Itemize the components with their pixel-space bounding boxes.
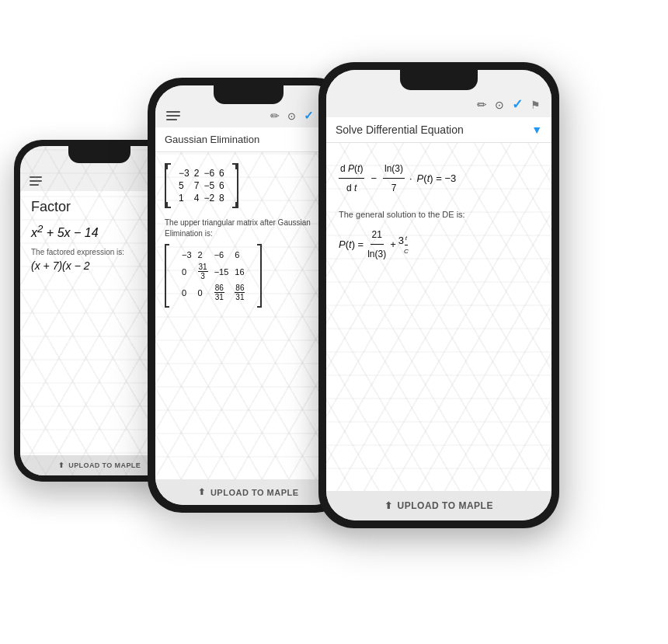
matrix-cell: −2 bbox=[204, 193, 214, 204]
matrix-cell: 2 bbox=[194, 168, 200, 179]
matrix-cell: 7 bbox=[194, 180, 200, 191]
upload-label-2: UPLOAD TO MAPLE bbox=[210, 488, 299, 497]
dropdown-bar-2[interactable]: Gaussian Elimination ▼ bbox=[155, 127, 342, 152]
camera-icon-2[interactable]: ⊙ bbox=[287, 110, 296, 122]
matrix-cell: 0 bbox=[198, 284, 208, 301]
upload-bar-2[interactable]: ⬆ UPLOAD TO MAPLE bbox=[155, 479, 342, 505]
flag-icon-3[interactable]: ⚑ bbox=[531, 99, 541, 111]
matrix-cell: 0 bbox=[182, 284, 192, 301]
phone-1-notch bbox=[68, 146, 130, 163]
hamburger-menu-2[interactable] bbox=[166, 111, 180, 120]
phone-3-screen: ✏ ⊙ ✓ ⚑ Solve Differential Equation ▼ bbox=[326, 70, 551, 520]
matrix-cell: 8 bbox=[219, 193, 224, 204]
matrix-cell: 31 3 bbox=[198, 263, 208, 280]
output-matrix-container: −3 2 −6 6 0 31 bbox=[165, 244, 332, 311]
upload-icon-3: ⬆ bbox=[384, 500, 393, 511]
matrix-cell: 6 bbox=[235, 250, 245, 259]
phone-3-content: ✏ ⊙ ✓ ⚑ Solve Differential Equation ▼ bbox=[326, 70, 551, 520]
matrix-row: −3 2 −6 6 bbox=[182, 250, 245, 259]
diff-equation: d P(t) d t − ln(3) 7 · P(t) = bbox=[339, 158, 539, 197]
matrix-cell: 16 bbox=[235, 263, 245, 280]
check-icon-2[interactable]: ✓ bbox=[304, 109, 314, 123]
matrix-row: 1 4 −2 8 bbox=[179, 193, 224, 204]
matrix-cell: 6 bbox=[219, 180, 224, 191]
matrix-cell: 1 bbox=[179, 193, 190, 204]
matrix-cell: −3 bbox=[179, 168, 190, 179]
matrix-row: 0 0 86 31 bbox=[182, 284, 245, 301]
dropdown-label-2: Gaussian Elimination bbox=[165, 134, 259, 145]
matrix-cell: 2 bbox=[198, 250, 208, 259]
matrix-cell: 6 bbox=[219, 168, 224, 179]
check-icon-3[interactable]: ✓ bbox=[512, 96, 523, 113]
result-label-2: The upper triangular matrix after Gaussi… bbox=[165, 218, 332, 239]
phone-3: ✏ ⊙ ✓ ⚑ Solve Differential Equation ▼ bbox=[318, 62, 559, 528]
phone-2-screen: ✏ ⊙ ✓ ⚑ Gaussian Elimination ▼ bbox=[155, 85, 342, 505]
dropdown-bar-3[interactable]: Solve Differential Equation ▼ bbox=[326, 117, 551, 143]
phone-2-content: ✏ ⊙ ✓ ⚑ Gaussian Elimination ▼ bbox=[155, 85, 342, 505]
matrix-cell: −3 bbox=[182, 250, 192, 259]
matrix-row: −3 2 −6 6 bbox=[179, 168, 224, 179]
pencil-icon-3[interactable]: ✏ bbox=[477, 98, 487, 112]
matrix-cell: −15 bbox=[214, 263, 229, 280]
input-matrix-container: −3 2 −6 6 5 7 −5 6 bbox=[165, 163, 332, 211]
matrix-cell: −6 bbox=[204, 168, 214, 179]
upload-icon-1: ⬆ bbox=[58, 461, 64, 469]
matrix-cell: −6 bbox=[214, 250, 229, 259]
pencil-icon-2[interactable]: ✏ bbox=[270, 110, 280, 122]
upload-icon-2: ⬆ bbox=[198, 487, 206, 497]
matrix-cell: 5 bbox=[179, 180, 190, 191]
matrix-cell: 86 31 bbox=[235, 284, 245, 301]
upload-label-3: UPLOAD TO MAPLE bbox=[398, 500, 493, 511]
diff-result: P(t) = 21 ln(3) + 3tC bbox=[339, 225, 539, 263]
dropdown-arrow-3: ▼ bbox=[531, 124, 542, 136]
matrix-row: 0 31 3 −15 16 bbox=[182, 263, 245, 280]
matrix-cell: 0 bbox=[182, 263, 192, 280]
phone-3-notch bbox=[400, 70, 478, 90]
scene: ✏ Factor x2 + 5x − 14 The factored expre… bbox=[0, 0, 668, 644]
camera-icon-3[interactable]: ⊙ bbox=[495, 99, 504, 111]
result-label-3: The general solution to the DE is: bbox=[339, 210, 539, 219]
upload-label-1: UPLOAD TO MAPLE bbox=[68, 461, 141, 469]
hamburger-menu[interactable] bbox=[30, 176, 42, 186]
matrix-row: 5 7 −5 6 bbox=[179, 180, 224, 191]
upload-bar-3[interactable]: ⬆ UPLOAD TO MAPLE bbox=[326, 491, 551, 520]
matrix-cell: 4 bbox=[194, 193, 200, 204]
dropdown-label-3: Solve Differential Equation bbox=[336, 124, 464, 136]
header-icons-3: ✏ ⊙ ✓ ⚑ bbox=[477, 96, 541, 113]
phone-2-body: −3 2 −6 6 5 7 −5 6 bbox=[155, 152, 342, 479]
matrix-cell: −5 bbox=[204, 180, 214, 191]
matrix-cell: 86 31 bbox=[214, 284, 229, 301]
phone-3-body: d P(t) d t − ln(3) 7 · P(t) = bbox=[326, 143, 551, 491]
phone-2-notch bbox=[214, 85, 284, 104]
